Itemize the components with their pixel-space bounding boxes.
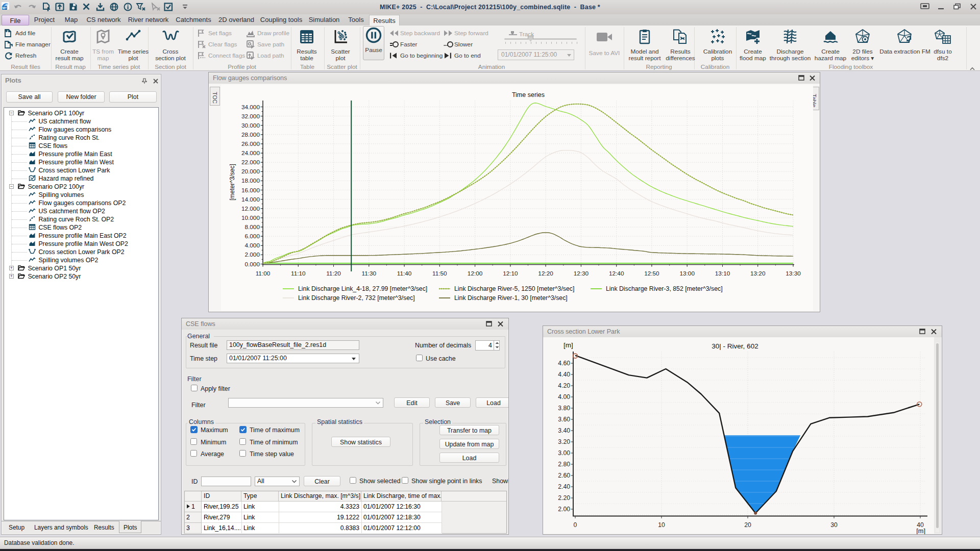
svg-text:Link Discharge River-1, 30 [me: Link Discharge River-1, 30 [meter^3/sec] (454, 294, 568, 302)
svg-text:11:30: 11:30 (361, 270, 376, 277)
svg-text:4.40: 4.40 (558, 371, 570, 378)
svg-text:12:30: 12:30 (574, 270, 589, 277)
svg-text:4.20: 4.20 (558, 382, 570, 389)
svg-text:3.20: 3.20 (558, 438, 570, 445)
svg-text:22.000: 22.000 (241, 159, 260, 166)
svg-text:8.000: 8.000 (244, 223, 260, 231)
svg-text:4.000: 4.000 (244, 242, 260, 249)
svg-text:3.60: 3.60 (558, 416, 570, 423)
svg-text:[meter^3/sec]: [meter^3/sec] (229, 164, 236, 201)
svg-text:16.000: 16.000 (241, 187, 260, 194)
svg-text:13:30: 13:30 (786, 270, 801, 277)
svg-text:0: 0 (574, 521, 577, 529)
svg-text:20: 20 (744, 521, 751, 529)
svg-text:30: 30 (830, 521, 838, 529)
svg-text:26.000: 26.000 (241, 140, 260, 147)
svg-text:12:50: 12:50 (644, 270, 659, 277)
svg-text:2.60: 2.60 (558, 472, 570, 479)
svg-text:2.000: 2.000 (244, 251, 260, 258)
svg-text:12.000: 12.000 (241, 205, 260, 212)
svg-text:13:00: 13:00 (679, 270, 695, 277)
svg-text:[m]: [m] (564, 341, 573, 349)
svg-text:11:00: 11:00 (256, 270, 271, 277)
svg-text:34.000: 34.000 (241, 104, 260, 111)
svg-text:11:10: 11:10 (291, 270, 306, 277)
svg-text:3.40: 3.40 (558, 427, 570, 434)
svg-text:24.000: 24.000 (241, 149, 260, 157)
svg-text:12:40: 12:40 (609, 270, 624, 277)
svg-text:Link Discharge River-5, 1250 [: Link Discharge River-5, 1250 [meter^3/se… (454, 285, 574, 292)
svg-text:12:10: 12:10 (503, 270, 518, 277)
svg-text:12:20: 12:20 (538, 270, 553, 277)
svg-text:2.80: 2.80 (558, 461, 570, 468)
svg-text:2.40: 2.40 (558, 483, 570, 490)
svg-text:2.00: 2.00 (558, 506, 570, 513)
svg-text:6.000: 6.000 (244, 233, 260, 240)
svg-text:10.000: 10.000 (241, 214, 260, 221)
svg-text:3.00: 3.00 (558, 449, 570, 457)
svg-text:Link Discharge River-3, 852 [m: Link Discharge River-3, 852 [meter^3/sec… (606, 285, 723, 292)
svg-text:11:40: 11:40 (397, 270, 412, 277)
svg-text:10: 10 (658, 521, 665, 529)
svg-text:Time series: Time series (512, 91, 545, 98)
svg-text:11:50: 11:50 (432, 270, 447, 277)
svg-text:4.60: 4.60 (558, 360, 570, 367)
svg-text:11:20: 11:20 (326, 270, 341, 277)
svg-text:13:10: 13:10 (715, 270, 730, 277)
svg-text:28.000: 28.000 (241, 131, 260, 138)
svg-text:32.000: 32.000 (241, 113, 260, 120)
svg-text:4.00: 4.00 (558, 393, 570, 400)
svg-text:Link Discharge River-2, 732 [m: Link Discharge River-2, 732 [meter^3/sec… (298, 294, 415, 302)
svg-text:2.20: 2.20 (558, 494, 570, 502)
svg-text:30| - River, 602: 30| - River, 602 (712, 342, 758, 350)
svg-text:3.80: 3.80 (558, 405, 570, 412)
svg-text:0.000: 0.000 (244, 261, 260, 268)
svg-text:14.000: 14.000 (241, 196, 260, 203)
svg-text:30.000: 30.000 (241, 122, 260, 129)
svg-text:18.000: 18.000 (241, 177, 260, 184)
svg-text:20.000: 20.000 (241, 168, 260, 175)
svg-text:13:20: 13:20 (750, 270, 766, 277)
svg-text:[m]: [m] (916, 527, 925, 534)
svg-text:12:00: 12:00 (468, 270, 483, 277)
svg-text:Link Discharge Link_4-18, 27.9: Link Discharge Link_4-18, 27.99 [meter^3… (298, 285, 427, 292)
